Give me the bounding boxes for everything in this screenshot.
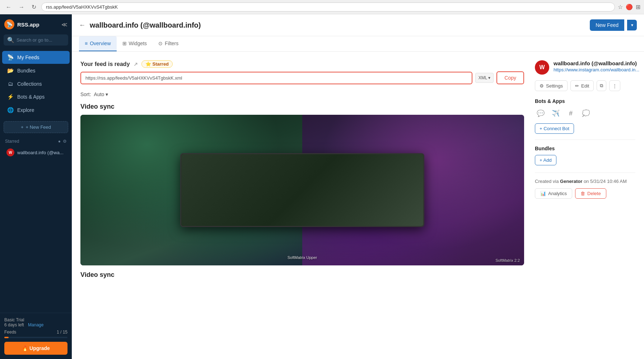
- bot-slack[interactable]: #: [565, 108, 577, 119]
- topbar-back-button[interactable]: ←: [79, 22, 85, 29]
- tablet-screen: [180, 153, 424, 227]
- back-button[interactable]: ←: [4, 3, 14, 11]
- delete-icon: 🗑: [580, 191, 585, 196]
- sort-value: Auto: [94, 91, 104, 97]
- star-icon: ⭐: [145, 61, 151, 67]
- copy-url-button[interactable]: Copy: [496, 71, 524, 84]
- sidebar-item-explore[interactable]: 🌐 Explore: [2, 104, 70, 117]
- panel-feed-header: W wallboard.info (@wallboard.info) https…: [535, 60, 635, 75]
- sidebar-item-bundles[interactable]: 📂 Bundles: [2, 64, 70, 77]
- feed-avatar: W: [6, 148, 14, 156]
- search-input[interactable]: [17, 37, 65, 43]
- sort-dropdown-icon: ▾: [106, 91, 108, 97]
- sidebar-nav: 📡 My Feeds 📂 Bundles 🗂 Collections ⚡ Bot…: [0, 49, 72, 118]
- bookmark-icon[interactable]: ☆: [618, 4, 623, 10]
- bot-telegram[interactable]: ✈️: [550, 108, 561, 119]
- settings-icon: ⚙: [540, 83, 544, 89]
- trial-plan: Basic Trial: [4, 317, 24, 322]
- feed-url-input[interactable]: [80, 72, 472, 84]
- sidebar-search-bar[interactable]: 🔍: [4, 34, 68, 46]
- browser-chrome: ← → ↻ ☆ 🔴 ⊞: [0, 0, 644, 14]
- sort-select[interactable]: Auto ▾: [94, 91, 108, 97]
- manage-link[interactable]: Manage: [28, 322, 43, 327]
- sidebar-logo-text: RSS.app: [17, 22, 39, 28]
- forward-button[interactable]: →: [17, 3, 27, 11]
- grid-icon[interactable]: ⊞: [636, 4, 640, 10]
- panel-feed-url[interactable]: https://www.instagram.com/wallboard.in..…: [554, 67, 639, 72]
- explore-icon: 🌐: [7, 107, 14, 113]
- feeds-count-value: 1 / 15: [57, 330, 67, 335]
- video-label-2: SoftMatrix 2:2: [495, 258, 520, 263]
- widgets-tab-label: Widgets: [129, 41, 147, 46]
- url-bar[interactable]: [41, 3, 615, 11]
- starred-dot-indicator: ●: [58, 139, 61, 144]
- new-feed-dropdown-button[interactable]: ▾: [627, 20, 637, 30]
- upgrade-button[interactable]: 🔥 Upgrade: [4, 342, 67, 355]
- content-right-panel: W wallboard.info (@wallboard.info) https…: [535, 60, 635, 350]
- bot-chat[interactable]: 💭: [580, 108, 592, 119]
- panel-feed-avatar: W: [535, 60, 549, 75]
- sidebar-feed-item-wallboard[interactable]: W wallboard.info (@wa...: [2, 146, 70, 159]
- connect-bot-button[interactable]: + Connect Bot: [535, 123, 574, 134]
- starred-settings-icon[interactable]: ⚙: [63, 139, 67, 144]
- feeds-progress-bar-fill: [4, 337, 9, 338]
- overview-tab-icon: ≡: [85, 41, 88, 46]
- sidebar-item-explore-label: Explore: [17, 107, 34, 113]
- reload-button[interactable]: ↻: [29, 3, 38, 11]
- sidebar-collapse-button[interactable]: ≪: [61, 21, 67, 28]
- copy-icon: ⧉: [600, 83, 603, 89]
- more-options-button[interactable]: ⋮: [609, 80, 620, 91]
- sidebar-item-bots-apps[interactable]: ⚡ Bots & Apps: [2, 90, 70, 103]
- bots-apps-section: Bots & Apps 💬 ✈️ # 💭 + Connect Bot: [535, 98, 635, 134]
- trial-days-left: 6 days left: [4, 322, 24, 327]
- my-feeds-icon: 📡: [7, 54, 14, 61]
- analytics-icon: 📊: [540, 191, 546, 196]
- bundles-section: Bundles + Add: [535, 146, 635, 165]
- sidebar-header: 📡 RSS.app ≪: [0, 14, 72, 34]
- starred-label: Starred: [5, 139, 19, 144]
- feed-ready-text: Your feed is ready: [80, 61, 130, 67]
- settings-label: Settings: [546, 83, 563, 89]
- panel-feed-name: wallboard.info (@wallboard.info): [554, 60, 639, 66]
- bot-discord[interactable]: 💬: [535, 108, 546, 119]
- sidebar-item-my-feeds[interactable]: 📡 My Feeds: [2, 51, 70, 64]
- tab-widgets[interactable]: ⊞ Widgets: [117, 36, 153, 51]
- feeds-label: Feeds: [4, 330, 16, 335]
- sidebar-item-collections[interactable]: 🗂 Collections: [2, 77, 70, 90]
- new-feed-label: + New Feed: [26, 124, 51, 130]
- widgets-tab-icon: ⊞: [122, 41, 127, 46]
- delete-button[interactable]: 🗑 Delete: [575, 188, 606, 199]
- video-preview: SoftMatrix Upper SoftMatrix 2:2: [80, 115, 524, 265]
- article-title: Video sync: [80, 103, 524, 110]
- feed-name: wallboard.info (@wa...: [17, 150, 64, 155]
- rss-logo-icon: 📡: [4, 19, 14, 29]
- new-feed-main-button[interactable]: New Feed: [590, 19, 624, 31]
- sidebar-item-my-feeds-label: My Feeds: [17, 55, 39, 60]
- extension-icon[interactable]: 🔴: [626, 4, 633, 10]
- analytics-button[interactable]: 📊 Analytics: [535, 188, 572, 199]
- filters-tab-label: Filters: [165, 41, 178, 46]
- sort-label: Sort:: [80, 91, 91, 97]
- feed-ready-label: Your feed is ready ↗ ⭐ Starred: [80, 60, 524, 68]
- copy-icon-button[interactable]: ⧉: [597, 80, 606, 91]
- external-link-icon[interactable]: ↗: [134, 61, 138, 67]
- settings-button[interactable]: ⚙ Settings: [535, 80, 568, 91]
- edit-button[interactable]: ✏ Edit: [570, 80, 594, 91]
- topbar-left: ← wallboard.info (@wallboard.info): [79, 21, 201, 29]
- created-via: Created via Generator on 5/31/24 10:46 A…: [535, 179, 635, 184]
- starred-section-icons: ● ⚙: [58, 139, 67, 144]
- bots-apps-title: Bots & Apps: [535, 98, 635, 104]
- sidebar-item-collections-label: Collections: [17, 81, 42, 87]
- panel-bottom-actions: 📊 Analytics 🗑 Delete: [535, 188, 635, 199]
- sidebar-bottom: Basic Trial 6 days left Manage Feeds 1 /…: [0, 313, 72, 359]
- panel-actions: ⚙ Settings ✏ Edit ⧉ ⋮: [535, 80, 635, 91]
- new-feed-button[interactable]: + + New Feed: [4, 121, 68, 133]
- xml-format-selector[interactable]: XML ▾: [475, 73, 494, 83]
- tab-overview[interactable]: ≡ Overview: [79, 36, 117, 51]
- collections-icon: 🗂: [7, 81, 14, 87]
- sidebar-item-bots-apps-label: Bots & Apps: [17, 94, 45, 100]
- sidebar-item-bundles-label: Bundles: [17, 68, 36, 74]
- add-bundle-button[interactable]: + Add: [535, 155, 556, 165]
- more-options-icon: ⋮: [612, 83, 617, 89]
- tab-filters[interactable]: ⊙ Filters: [153, 36, 184, 51]
